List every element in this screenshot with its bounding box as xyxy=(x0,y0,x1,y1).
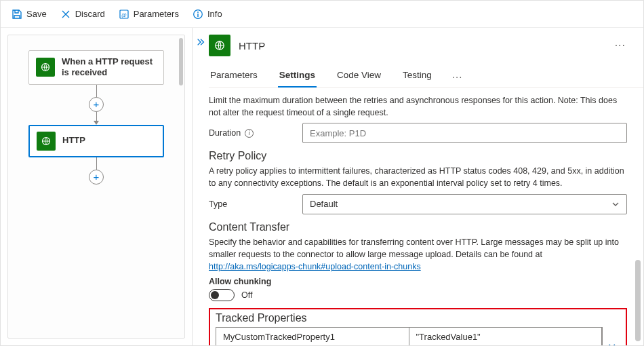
http-action-icon xyxy=(37,132,56,151)
arrow-down-icon xyxy=(94,121,99,125)
designer-canvas-wrap: When a HTTP request is received + HTTP xyxy=(1,28,192,345)
save-icon xyxy=(12,9,22,20)
info-icon[interactable]: i xyxy=(245,129,254,138)
tab-testing[interactable]: Testing xyxy=(401,66,433,87)
designer-scrollbar[interactable] xyxy=(179,38,183,335)
http-trigger-icon xyxy=(36,58,55,77)
tracked-value-cell[interactable]: "TrackedValue1" xyxy=(409,328,603,345)
retry-type-label: Type xyxy=(209,199,227,209)
save-button[interactable]: Save xyxy=(6,6,52,22)
content-transfer-link[interactable]: http://aka.ms/logicapps-chunk#upload-con… xyxy=(209,262,421,271)
add-step-button[interactable]: + xyxy=(89,170,104,185)
allow-chunking-state: Off xyxy=(241,290,252,300)
tab-parameters[interactable]: Parameters xyxy=(209,66,259,87)
info-label: Info xyxy=(207,9,222,19)
duration-label: Duration xyxy=(209,128,241,138)
content-transfer-title: Content Transfer xyxy=(209,221,627,233)
panel-scrollbar[interactable] xyxy=(635,92,641,341)
command-bar: Save Discard @ Parameters Info xyxy=(1,1,643,28)
details-panel: HTTP ··· Parameters Settings Code View T… xyxy=(192,28,643,345)
connector-end: + xyxy=(89,157,104,185)
parameters-button[interactable]: @ Parameters xyxy=(113,6,184,22)
designer-canvas[interactable]: When a HTTP request is received + HTTP xyxy=(7,35,185,339)
trigger-card-http-request[interactable]: When a HTTP request is received xyxy=(28,50,164,85)
info-icon xyxy=(193,9,203,20)
tabs-overflow-button[interactable]: ··· xyxy=(452,71,463,82)
close-icon xyxy=(60,9,71,20)
tab-code-view[interactable]: Code View xyxy=(336,66,382,87)
retry-type-value: Default xyxy=(310,199,338,209)
svg-rect-4 xyxy=(197,14,198,17)
action-card-http[interactable]: HTTP xyxy=(28,125,164,157)
panel-more-button[interactable]: ··· xyxy=(608,37,632,54)
tracked-properties-grid: MyCustomTrackedProperty1 "TrackedValue1"… xyxy=(216,327,603,345)
discard-button[interactable]: Discard xyxy=(55,6,110,22)
retry-policy-desc: A retry policy applies to intermittent f… xyxy=(209,165,627,189)
panel-http-icon xyxy=(209,35,230,56)
content-transfer-desc: Specify the behavior and capabilities fo… xyxy=(209,236,627,273)
duration-input[interactable] xyxy=(302,123,627,143)
retry-type-select[interactable]: Default xyxy=(302,194,627,214)
svg-point-3 xyxy=(197,12,199,13)
allow-chunking-toggle[interactable] xyxy=(209,289,235,301)
panel-title: HTTP xyxy=(239,40,265,52)
discard-label: Discard xyxy=(75,9,105,19)
tracked-properties-title: Tracked Properties xyxy=(216,312,620,324)
panel-tabs: Parameters Settings Code View Testing ··… xyxy=(209,56,643,88)
tab-settings[interactable]: Settings xyxy=(278,66,317,87)
collapse-panel-button[interactable] xyxy=(193,28,209,345)
parameters-icon: @ xyxy=(119,9,129,20)
insert-step-button[interactable]: + xyxy=(89,97,104,112)
save-label: Save xyxy=(26,9,47,19)
action-timeout-desc: Limit the maximum duration between the r… xyxy=(209,94,627,119)
retry-policy-title: Retry Policy xyxy=(209,150,627,162)
trigger-card-title: When a HTTP request is received xyxy=(62,56,157,79)
connector: + xyxy=(89,85,104,125)
svg-text:@: @ xyxy=(121,12,126,18)
chevron-double-right-icon xyxy=(196,37,205,47)
info-button[interactable]: Info xyxy=(187,6,228,22)
parameters-label: Parameters xyxy=(134,9,179,19)
tracked-key-cell[interactable]: MyCustomTrackedProperty1 xyxy=(216,328,409,345)
tracked-properties-section: Tracked Properties MyCustomTrackedProper… xyxy=(209,308,627,345)
action-card-title: HTTP xyxy=(62,135,85,146)
tracked-remove-button[interactable]: ✕ xyxy=(603,327,620,345)
allow-chunking-label: Allow chunking xyxy=(209,277,627,286)
chevron-down-icon xyxy=(611,200,620,208)
